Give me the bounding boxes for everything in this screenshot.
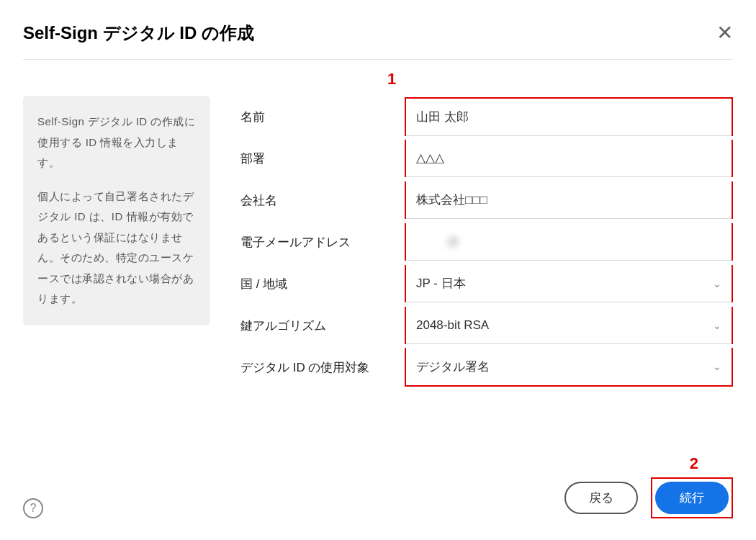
form-row-department: 部署: [239, 138, 733, 179]
algorithm-select[interactable]: 2048-bit RSA ⌄: [406, 307, 732, 344]
usage-select[interactable]: デジタル署名 ⌄: [406, 348, 732, 385]
country-value: JP - 日本: [416, 275, 466, 292]
dialog-header: Self-Sign デジタル ID の作成 ✕: [23, 22, 733, 60]
info-paragraph-1: Self-Sign デジタル ID の作成に使用する ID 情報を入力します。: [37, 112, 196, 174]
highlight-input-group: [405, 97, 733, 136]
label-email: 電子メールアドレス: [239, 234, 405, 251]
chevron-down-icon: ⌄: [713, 361, 721, 372]
info-paragraph-2: 個人によって自己署名されたデジタル ID は、ID 情報が有効であるという保証に…: [37, 186, 196, 310]
label-name: 名前: [239, 109, 405, 125]
label-company: 会社名: [239, 192, 405, 209]
back-button[interactable]: 戻る: [564, 482, 638, 514]
close-icon[interactable]: ✕: [716, 23, 733, 43]
form-area: 1 名前 部署 会社名: [239, 96, 733, 388]
annotation-marker-1: 1: [387, 70, 396, 89]
label-department: 部署: [239, 150, 405, 167]
label-country: 国 / 地域: [239, 276, 405, 292]
annotation-marker-2: 2: [690, 454, 698, 473]
dialog-footer: ? 2 戻る 続行: [23, 477, 733, 518]
digital-id-dialog: Self-Sign デジタル ID の作成 ✕ Self-Sign デジタル I…: [0, 0, 756, 410]
company-field[interactable]: [416, 193, 721, 207]
continue-highlight-box: 続行: [651, 477, 733, 518]
country-select[interactable]: JP - 日本 ⌄: [406, 265, 732, 302]
chevron-down-icon: ⌄: [713, 320, 721, 331]
help-icon[interactable]: ?: [23, 498, 43, 518]
name-field[interactable]: [416, 110, 721, 125]
form-row-algorithm: 鍵アルゴリズム 2048-bit RSA ⌄: [239, 305, 733, 346]
continue-button[interactable]: 続行: [655, 482, 729, 514]
form-row-email: 電子メールアドレス: [239, 221, 733, 263]
form-row-country: 国 / 地域 JP - 日本 ⌄: [239, 263, 733, 305]
department-field[interactable]: [416, 151, 721, 166]
label-algorithm: 鍵アルゴリズム: [239, 318, 405, 334]
form-row-company: 会社名: [239, 179, 733, 221]
label-usage: デジタル ID の使用対象: [239, 359, 405, 376]
dialog-title: Self-Sign デジタル ID の作成: [23, 22, 254, 45]
button-group: 2 戻る 続行: [564, 477, 733, 518]
form-row-name: 名前: [239, 96, 733, 138]
info-panel: Self-Sign デジタル ID の作成に使用する ID 情報を入力します。 …: [23, 96, 210, 325]
algorithm-value: 2048-bit RSA: [416, 318, 489, 333]
dialog-content: Self-Sign デジタル ID の作成に使用する ID 情報を入力します。 …: [23, 96, 733, 388]
usage-value: デジタル署名: [416, 359, 490, 375]
form-row-usage: デジタル ID の使用対象 デジタル署名 ⌄: [239, 346, 733, 388]
chevron-down-icon: ⌄: [713, 278, 721, 289]
email-field[interactable]: [416, 235, 721, 249]
